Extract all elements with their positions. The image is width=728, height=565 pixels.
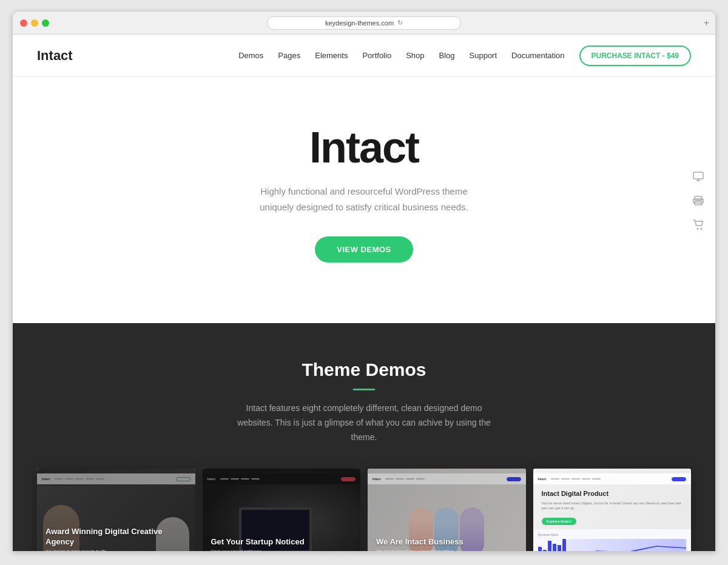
svg-rect-0 [693, 172, 703, 179]
demos-section: Theme Demos Intact features eight comple… [13, 323, 715, 552]
demo-card-4[interactable]: Intact Intact Digital Product [533, 469, 692, 552]
demo2-hero-content: Get Your Startup Noticed Start your proj… [203, 527, 361, 552]
cart-icon[interactable] [690, 216, 707, 233]
demo-card-2-hero: Intact Get Your Startup Noticed [203, 469, 361, 552]
hero-title: Intact [37, 125, 691, 169]
demo-card-1[interactable]: Intact Award Winn [37, 469, 195, 552]
svg-rect-3 [695, 196, 702, 200]
nav-pages[interactable]: Pages [278, 51, 300, 60]
browser-window: keydesign-themes.com ↻ + Intact Demos Pa… [12, 11, 716, 552]
svg-point-7 [701, 228, 703, 230]
demo-card-1-hero: Intact Award Winn [37, 469, 195, 552]
hero-section: Intact Highly functional and resourceful… [13, 77, 715, 323]
svg-point-6 [697, 228, 699, 230]
demo4-hero-title: Intact Digital Product [542, 489, 683, 498]
demo4-hero-content: Intact Digital Product You've never trie… [533, 484, 692, 535]
nav-shop[interactable]: Shop [406, 51, 424, 60]
demo4-hero-subtitle: You've never tried Intact Digital, you'r… [542, 501, 683, 511]
demo-card-4-hero: Intact Intact Digital Product [533, 469, 692, 552]
new-tab-button[interactable]: + [704, 18, 709, 28]
reload-icon[interactable]: ↻ [397, 19, 403, 27]
demo1-hero-title: Award Winning Digital Creative Agency [46, 527, 187, 547]
demo4-chart-area: Revenue Sales [533, 529, 692, 552]
demos-title-underline [353, 389, 375, 390]
site-logo[interactable]: Intact [37, 48, 73, 64]
browser-content: Intact Demos Pages Elements Portfolio Sh… [13, 35, 715, 552]
purchase-button[interactable]: PURCHASE INTACT - $49 [579, 45, 691, 66]
demo3-hero-content: We Are Intact Business We create brand n… [368, 527, 526, 552]
demo4-hero-btn[interactable]: Explore Intact! [542, 518, 577, 525]
nav-portfolio[interactable]: Portfolio [362, 51, 391, 60]
nav-demos[interactable]: Demos [238, 51, 263, 60]
view-demos-button[interactable]: VIEW DEMOS [315, 236, 413, 262]
side-icons [690, 168, 707, 233]
demos-grid: Intact Award Winn [37, 469, 691, 552]
nav-links: Demos Pages Elements Portfolio Shop Blog… [238, 45, 691, 66]
demo-card-3-hero: Intact We Are Intact Business [368, 469, 526, 552]
site-navbar: Intact Demos Pages Elements Portfolio Sh… [13, 35, 715, 77]
demo4-mini-btn [672, 477, 686, 481]
demo1-hero-content: Award Winning Digital Creative Agency We… [37, 517, 195, 552]
demo4-mini-nav: Intact [533, 473, 692, 484]
demo4-mini-links [551, 478, 601, 480]
demo-card-3[interactable]: Intact We Are Intact Business [368, 469, 526, 552]
url-text: keydesign-themes.com [325, 19, 394, 27]
nav-documentation[interactable]: Documentation [511, 51, 564, 60]
nav-elements[interactable]: Elements [315, 51, 348, 60]
nav-support[interactable]: Support [470, 51, 497, 60]
fullscreen-dot[interactable] [42, 19, 49, 27]
demos-title: Theme Demos [37, 359, 691, 380]
hero-subtitle: Highly functional and resourceful WordPr… [255, 184, 473, 215]
demos-header: Theme Demos Intact features eight comple… [37, 359, 691, 444]
demos-description: Intact features eight completely differe… [237, 401, 491, 444]
browser-dots [20, 19, 49, 27]
minimize-dot[interactable] [31, 19, 38, 27]
address-bar[interactable]: keydesign-themes.com ↻ [267, 16, 461, 30]
demo1-hero-subtitle: We design to bring brands to life. [46, 549, 187, 552]
close-dot[interactable] [20, 19, 27, 27]
desktop-icon[interactable] [690, 168, 707, 185]
browser-titlebar: keydesign-themes.com ↻ + [13, 12, 715, 35]
demo2-hero-title: Get Your Startup Noticed [211, 537, 352, 547]
demo-card-2[interactable]: Intact Get Your Startup Noticed [203, 469, 361, 552]
demo2-hero-subtitle: Start your project right now. [211, 549, 352, 552]
nav-blog[interactable]: Blog [439, 51, 455, 60]
demo3-hero-title: We Are Intact Business [376, 537, 517, 547]
print-icon[interactable] [690, 192, 707, 209]
demo3-hero-subtitle: We create brand new corporate identities [376, 549, 517, 552]
demo4-mini-logo: Intact [538, 477, 546, 481]
